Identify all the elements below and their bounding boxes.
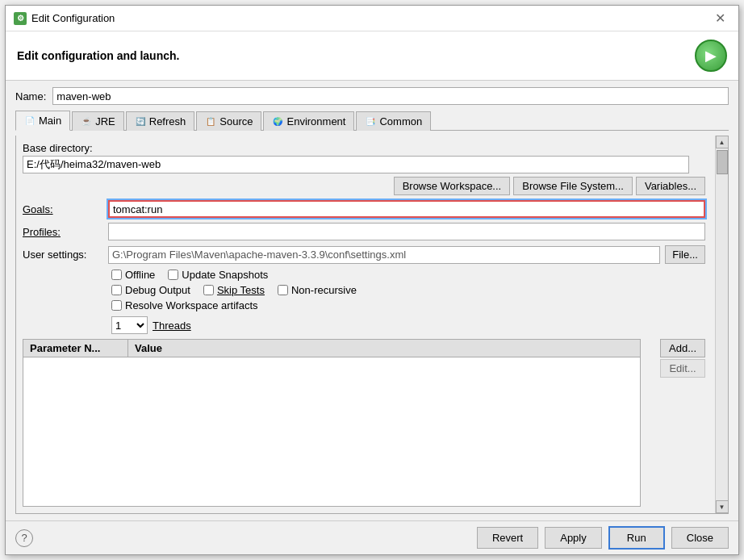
resolve-workspace-checkbox[interactable] [111,300,122,311]
close-button[interactable]: Close [671,527,729,549]
tab-main-label: Main [39,115,61,127]
source-tab-icon: 📋 [205,116,216,127]
update-snapshots-label: Update Snapshots [182,269,268,281]
resolve-workspace-label: Resolve Workspace artifacts [125,299,258,311]
debug-output-label: Debug Output [125,284,190,296]
title-close-button[interactable]: ✕ [710,10,730,27]
base-directory-section: Base directory: Browse Workspace... Brow… [23,142,721,195]
tab-jre-label: JRE [95,115,115,127]
tab-jre[interactable]: ☕ JRE [72,111,124,131]
tab-refresh-label: Refresh [149,115,186,127]
profiles-row: Profiles: [23,223,721,240]
dialog-title: Edit Configuration [31,12,115,24]
tab-common[interactable]: 📑 Common [356,111,431,131]
debug-output-checkbox-item: Debug Output [111,284,190,296]
jre-tab-icon: ☕ [81,116,92,127]
main-panel: ▲ ▼ Base directory: Browse Workspace... … [15,136,729,514]
browse-workspace-button[interactable]: Browse Workspace... [394,177,511,195]
skip-tests-checkbox[interactable] [203,285,214,295]
title-bar: ⚙ Edit Configuration ✕ [6,6,738,31]
refresh-tab-icon: 🔄 [135,116,146,127]
params-col-value-header: Value [128,340,640,357]
goals-input[interactable] [108,200,705,218]
browse-filesystem-button[interactable]: Browse File System... [513,177,633,195]
tab-environment-label: Environment [286,115,345,127]
tab-common-label: Common [379,115,422,127]
file-button[interactable]: File... [665,245,705,264]
tabs-bar: 📄 Main ☕ JRE 🔄 Refresh 📋 Source 🌍 Enviro… [15,110,729,131]
offline-label: Offline [125,269,155,281]
tab-refresh[interactable]: 🔄 Refresh [126,111,195,131]
user-settings-label: User settings: [23,249,103,261]
goals-label: Goals: [23,203,103,215]
debug-output-checkbox[interactable] [111,285,122,295]
checkbox-row-3: Resolve Workspace artifacts [111,299,705,311]
help-icon: ? [21,532,27,544]
tab-environment[interactable]: 🌍 Environment [263,111,354,131]
checkbox-row-1: Offline Update Snapshots [111,269,705,281]
environment-tab-icon: 🌍 [272,116,283,127]
main-tab-icon: 📄 [24,115,36,127]
params-action-buttons: Add... Edit... [660,339,705,507]
run-button[interactable]: Run [608,526,665,550]
non-recursive-checkbox-item: Non-recursive [278,284,357,296]
params-header: Parameter N... Value [23,340,640,357]
non-recursive-label: Non-recursive [291,284,357,296]
non-recursive-checkbox[interactable] [278,285,288,295]
tab-main[interactable]: 📄 Main [15,111,70,131]
base-directory-input[interactable] [23,156,689,173]
content-area: Name: 📄 Main ☕ JRE 🔄 Refresh 📋 Source � [6,81,738,520]
scrollbar-thumb[interactable] [717,150,728,174]
footer-buttons: ? Revert Apply Run Close [6,520,738,554]
threads-row: 1 2 4 Threads [23,316,721,334]
add-param-button[interactable]: Add... [660,339,705,357]
threads-label: Threads [153,320,191,332]
offline-checkbox-item: Offline [111,269,155,281]
params-col-name-header: Parameter N... [23,340,128,357]
name-row: Name: [15,87,729,105]
params-body [23,357,640,406]
help-button[interactable]: ? [15,529,33,547]
user-settings-input[interactable] [108,246,660,264]
scrollbar-down-button[interactable]: ▼ [716,500,729,513]
update-snapshots-checkbox[interactable] [168,270,178,280]
tab-source-label: Source [219,115,253,127]
profiles-label: Profiles: [23,226,103,238]
scrollbar-track: ▲ ▼ [715,136,728,513]
name-label: Name: [15,90,46,102]
dialog-icon: ⚙ [14,12,27,25]
offline-checkbox[interactable] [111,270,122,280]
resolve-workspace-checkbox-item: Resolve Workspace artifacts [111,299,258,311]
header-title: Edit configuration and launch. [17,49,179,62]
params-table: Parameter N... Value [23,339,641,507]
goals-row: Goals: [23,200,721,218]
tab-source[interactable]: 📋 Source [196,111,261,131]
play-icon: ▶ [705,47,717,65]
checkboxes-section: Offline Update Snapshots Debug Output Sk… [23,269,705,311]
edit-configuration-dialog: ⚙ Edit Configuration ✕ Edit configuratio… [5,5,739,555]
variables-button[interactable]: Variables... [636,177,705,195]
skip-tests-label: Skip Tests [217,284,265,296]
params-section: Parameter N... Value Add... Edit... [23,339,705,507]
base-directory-label: Base directory: [23,142,721,154]
name-input[interactable] [52,87,729,105]
profiles-input[interactable] [108,223,705,240]
threads-select[interactable]: 1 2 4 [111,316,148,334]
checkbox-row-2: Debug Output Skip Tests Non-recursive [111,284,705,296]
scrollbar-up-button[interactable]: ▲ [716,136,729,148]
title-bar-left: ⚙ Edit Configuration [14,12,115,25]
play-button[interactable]: ▶ [695,40,727,72]
skip-tests-checkbox-item: Skip Tests [203,284,265,296]
apply-button[interactable]: Apply [545,527,602,549]
revert-button[interactable]: Revert [477,527,538,549]
common-tab-icon: 📑 [365,116,376,127]
user-settings-row: User settings: File... [23,245,721,264]
edit-param-button[interactable]: Edit... [660,359,705,378]
update-snapshots-checkbox-item: Update Snapshots [168,269,268,281]
header-area: Edit configuration and launch. ▶ [6,31,738,81]
